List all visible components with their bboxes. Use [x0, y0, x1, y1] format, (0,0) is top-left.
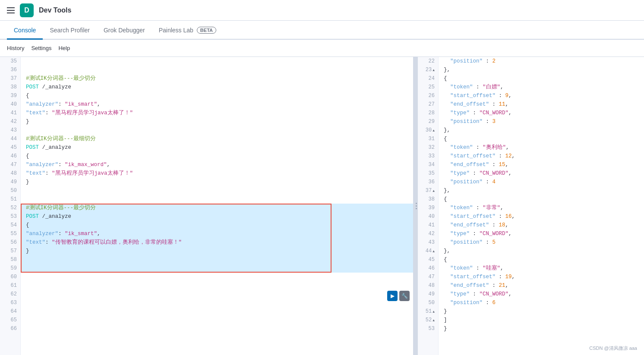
- output-line-num: 43: [418, 238, 438, 247]
- editor-line-num: 52: [0, 204, 20, 212]
- output-code-line: },: [444, 247, 644, 255]
- code-line[interactable]: [21, 281, 413, 290]
- output-line-num: 27: [418, 100, 438, 109]
- output-line-num: 41: [418, 221, 438, 229]
- editor-line-num: 55: [0, 229, 20, 238]
- code-line[interactable]: [21, 66, 413, 74]
- code-line[interactable]: #测试IK分词器---最少切分: [21, 74, 413, 83]
- code-line[interactable]: }: [21, 247, 413, 255]
- sub-nav: History Settings Help: [0, 40, 644, 57]
- subnav-settings[interactable]: Settings: [31, 43, 51, 53]
- subnav-help[interactable]: Help: [58, 43, 70, 53]
- code-line[interactable]: [21, 273, 413, 281]
- tab-search-profiler[interactable]: Search Profiler: [43, 22, 97, 40]
- code-line[interactable]: [21, 307, 413, 316]
- output-code-line: "position" : 6: [444, 298, 644, 307]
- code-line[interactable]: {: [21, 91, 413, 100]
- code-line[interactable]: POST /_analyze: [21, 143, 413, 152]
- editor-line-num: 60: [0, 273, 20, 281]
- output-code-line: "start_offset" : 19,: [444, 273, 644, 281]
- editor-line-num: 46: [0, 152, 20, 160]
- output-code-line: "token" : "哇塞",: [444, 264, 644, 273]
- top-bar: D Dev Tools: [0, 0, 644, 21]
- run-button[interactable]: ▶: [387, 291, 398, 301]
- output-line-num: 47: [418, 273, 438, 281]
- output-line-num: 36: [418, 178, 438, 186]
- editor-line-num: 49: [0, 178, 20, 186]
- editor-line-num: 51: [0, 195, 20, 204]
- code-line[interactable]: [21, 316, 413, 324]
- code-line[interactable]: [21, 290, 413, 298]
- code-line[interactable]: }: [21, 117, 413, 126]
- output-line-num: 34: [418, 160, 438, 169]
- output-line-num: 38: [418, 195, 438, 204]
- output-code-line: "start_offset" : 16,: [444, 212, 644, 221]
- output-code-line: "position" : 2: [444, 57, 644, 66]
- code-line[interactable]: [21, 298, 413, 307]
- code-line[interactable]: #测试IK分词器---最少切分: [21, 204, 413, 212]
- editor-line-num: 63: [0, 298, 20, 307]
- editor-line-num: 47: [0, 160, 20, 169]
- output-line-num: 30: [418, 126, 438, 135]
- code-line[interactable]: [21, 324, 413, 333]
- output-line-num: 48: [418, 281, 438, 290]
- code-area[interactable]: #测试IK分词器---最少切分POST /_analyze{ "analyzer…: [21, 57, 413, 355]
- tab-console[interactable]: Console: [7, 22, 43, 40]
- code-line[interactable]: POST /_analyze: [21, 212, 413, 221]
- output-code-line: "token" : "非常",: [444, 204, 644, 212]
- nav-tabs: Console Search Profiler Grok Debugger Pa…: [0, 21, 644, 40]
- beta-badge: BETA: [197, 27, 216, 34]
- output-code-line: "type" : "CN_WORD",: [444, 169, 644, 178]
- hamburger-icon[interactable]: [7, 7, 15, 13]
- code-line[interactable]: "text": "传智教育的课程可以白嫖，奥利给，非常的哇塞！": [21, 238, 413, 247]
- code-line[interactable]: [21, 126, 413, 135]
- output-line-num: 45: [418, 255, 438, 264]
- output-code-line: "start_offset" : 12,: [444, 152, 644, 160]
- editor-line-num: 48: [0, 169, 20, 178]
- editor-line-num: 54: [0, 221, 20, 229]
- editor-line-num: 42: [0, 117, 20, 126]
- output-line-num: 52: [418, 316, 438, 324]
- editor-line-num: 38: [0, 83, 20, 91]
- code-line[interactable]: {: [21, 221, 413, 229]
- code-line[interactable]: "analyzer": "ik_max_word",: [21, 160, 413, 169]
- panel-resize-handle[interactable]: [414, 57, 418, 355]
- code-line[interactable]: "text": "黑马程序员学习java太棒了！": [21, 109, 413, 117]
- code-line[interactable]: [21, 255, 413, 264]
- output-code-line: {: [444, 74, 644, 83]
- code-line[interactable]: #测试IK分词器---最细切分: [21, 135, 413, 143]
- editor-line-num: 58: [0, 255, 20, 264]
- drag-dot: [416, 203, 417, 204]
- output-code-line: "end_offset" : 18,: [444, 221, 644, 229]
- code-line[interactable]: {: [21, 152, 413, 160]
- tab-painless-lab[interactable]: Painless Lab BETA: [152, 22, 223, 40]
- code-line[interactable]: "analyzer": "ik_smart",: [21, 100, 413, 109]
- code-line[interactable]: [21, 186, 413, 195]
- code-line[interactable]: [21, 264, 413, 273]
- wrench-button[interactable]: 🔧: [399, 291, 410, 301]
- output-code-line: "end_offset" : 21,: [444, 281, 644, 290]
- output-line-num: 44: [418, 247, 438, 255]
- code-line[interactable]: "analyzer": "ik_smart",: [21, 229, 413, 238]
- code-line[interactable]: "text": "黑马程序员学习java太棒了！": [21, 169, 413, 178]
- drag-dot: [416, 208, 417, 209]
- editor-line-num: 59: [0, 264, 20, 273]
- output-code-line: "type" : "CN_WORD",: [444, 229, 644, 238]
- output-line-num: 46: [418, 264, 438, 273]
- editor-line-num: 44: [0, 135, 20, 143]
- subnav-history[interactable]: History: [7, 43, 24, 53]
- output-line-num: 37: [418, 186, 438, 195]
- app-logo: D: [20, 3, 34, 17]
- code-line[interactable]: }: [21, 178, 413, 186]
- output-code-line: "start_offset" : 9,: [444, 91, 644, 100]
- output-line-num: 31: [418, 135, 438, 143]
- output-line-num: 33: [418, 152, 438, 160]
- tab-grok-debugger[interactable]: Grok Debugger: [97, 22, 152, 40]
- code-line[interactable]: [21, 57, 413, 66]
- output-line-num: 35: [418, 169, 438, 178]
- output-line-numbers: 2223242526272829303132333435363738394041…: [418, 57, 439, 355]
- code-line[interactable]: POST /_analyze: [21, 83, 413, 91]
- output-line-num: 26: [418, 91, 438, 100]
- output-line-num: 42: [418, 229, 438, 238]
- code-line[interactable]: [21, 195, 413, 204]
